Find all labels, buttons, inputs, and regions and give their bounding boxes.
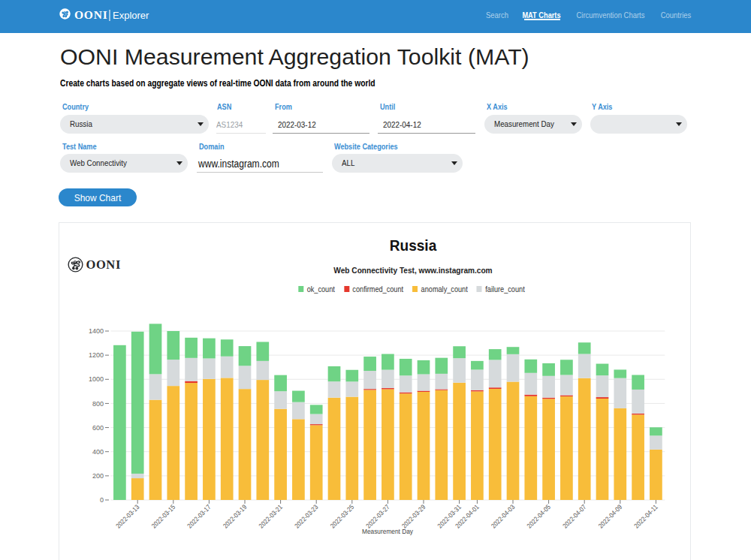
svg-text:2022-03-23: 2022-03-23 xyxy=(293,503,319,529)
svg-text:2022-03-29: 2022-03-29 xyxy=(400,503,427,529)
svg-text:1000: 1000 xyxy=(89,375,104,383)
svg-text:2022-03-25: 2022-03-25 xyxy=(329,503,355,529)
svg-text:2022-03-21: 2022-03-21 xyxy=(258,503,284,529)
svg-text:2022-04-11: 2022-04-11 xyxy=(632,503,659,529)
svg-text:200: 200 xyxy=(92,472,104,480)
svg-text:Measurement Day: Measurement Day xyxy=(362,528,413,535)
svg-text:2022-04-03: 2022-04-03 xyxy=(490,503,516,529)
svg-text:2022-04-07: 2022-04-07 xyxy=(561,503,587,529)
svg-text:2022-03-27: 2022-03-27 xyxy=(364,503,391,529)
svg-text:600: 600 xyxy=(92,424,104,432)
svg-text:2022-04-05: 2022-04-05 xyxy=(526,503,552,529)
svg-text:2022-03-17: 2022-03-17 xyxy=(185,503,212,529)
svg-text:0: 0 xyxy=(100,496,104,504)
svg-text:2022-03-15: 2022-03-15 xyxy=(150,503,176,529)
svg-text:800: 800 xyxy=(92,400,104,408)
svg-text:1400: 1400 xyxy=(89,327,104,335)
svg-text:1200: 1200 xyxy=(89,351,104,359)
svg-text:2022-03-13: 2022-03-13 xyxy=(114,503,140,529)
svg-text:2022-03-19: 2022-03-19 xyxy=(222,503,248,529)
svg-text:400: 400 xyxy=(92,448,104,456)
svg-text:2022-04-09: 2022-04-09 xyxy=(597,503,623,529)
